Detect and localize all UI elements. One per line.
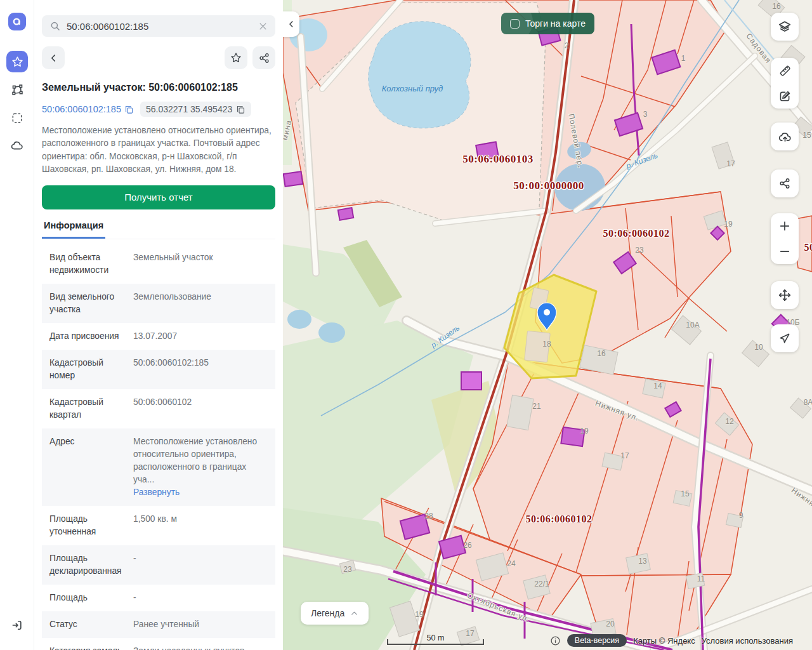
info-row: Площадь декларированная- [42,545,275,585]
layers-icon [778,20,792,34]
info-label: Вид объекта недвижимости [49,251,133,277]
legend-button[interactable]: Легенда [301,602,369,625]
map-canvas[interactable] [283,0,812,650]
star-icon [11,55,24,69]
map-area[interactable]: 50:06:006010350:00:000000050:06:00601025… [283,0,812,650]
info-value: - [133,552,268,578]
cadastral-number-link[interactable]: 50:06:0060102:185 [42,104,134,114]
terms-of-use-link[interactable]: Условия использования [702,636,793,646]
layers-button[interactable] [771,13,799,41]
pan-arrows-icon [778,288,792,302]
cloud-icon [10,139,24,153]
sidebar-item-cloud[interactable] [6,135,28,157]
star-outline-icon [230,51,242,64]
info-value: Земельный участок [133,251,268,277]
scale-label: 50 m [387,633,484,642]
expand-address-link[interactable]: Развернуть [133,488,180,497]
info-value: - [133,592,268,604]
chevron-up-icon [350,609,358,618]
info-label: Площадь [49,592,133,604]
info-icon[interactable] [550,635,561,646]
app-logo[interactable] [8,13,26,30]
object-actions-row [42,46,275,69]
info-row: Вид земельного участкаЗемлепользование [42,284,275,323]
dashed-select-icon [11,112,23,124]
locate-me-button[interactable] [771,324,799,352]
info-label: Адрес [49,435,133,499]
minus-icon [778,245,791,258]
chevron-left-icon [48,53,59,63]
share-icon [778,177,791,190]
info-row: Вид объекта недвижимостиЗемельный участо… [42,244,275,284]
torgi-checkbox[interactable] [510,19,520,29]
info-value: 50:06:0060102:185 [133,357,268,382]
cloud-upload-icon [778,129,792,144]
login-button[interactable] [6,614,28,636]
map-provider: Карты © Яндекс [633,636,695,646]
info-row: СтатусРанее учтенный [42,611,275,638]
info-row: Кадастровый квартал50:06:0060102 [42,389,275,428]
object-info-panel: Земельный участок: 50:06:0060102:185 50:… [34,0,283,650]
copy-icon[interactable] [236,105,246,114]
login-arrow-icon [11,619,23,632]
info-value: Местоположение установлено относительно … [133,435,268,499]
share-button[interactable] [252,46,275,69]
favorite-button[interactable] [225,46,247,69]
info-label: Кадастровый квартал [49,396,133,421]
info-label: Площадь уточненная [49,513,133,538]
zoom-control [771,213,799,264]
search-input[interactable] [67,21,252,32]
back-button[interactable] [42,46,65,69]
info-value: 50:06:0060102 [133,396,268,421]
ruler-button[interactable] [771,58,799,83]
sidebar-item-polygon-tool[interactable] [6,79,28,100]
info-value: Ранее учтенный [133,618,268,631]
cadastral-map-app: Земельный участок: 50:06:0060102:185 50:… [0,0,812,650]
sidebar-item-favorites[interactable] [6,51,28,72]
info-label: Категория земель [49,645,133,650]
info-value: 13.07.2007 [133,330,268,343]
measure-edit-group [771,58,799,109]
info-row: Кадастровый номер50:06:0060102:185 [42,350,275,389]
info-row: Дата присвоения13.07.2007 [42,323,275,350]
info-label: Кадастровый номер [49,357,133,382]
info-row: Категория земельЗемли населенных пунктов [42,638,275,650]
coordinates-text: 56.032271 35.495423 [146,104,232,114]
info-value: Земли населенных пунктов [133,645,268,650]
plus-icon [778,220,791,232]
zoom-in-button[interactable] [771,213,799,239]
info-value: 1,500 кв. м [133,513,268,538]
map-attribution: Beta-версия Карты © Яндекс Условия испол… [550,634,793,647]
edit-icon [778,90,792,103]
beta-badge: Beta-версия [567,634,627,647]
sidebar-item-select-area[interactable] [6,107,28,129]
map-scale-bar: 50 m [387,639,484,645]
object-info-table: Вид объекта недвижимостиЗемельный участо… [42,244,275,650]
cadastral-number-text: 50:06:0060102:185 [42,104,121,114]
torgi-label: Торги на карте [525,18,586,29]
panel-tabs: Информация [42,220,275,239]
info-label: Вид земельного участка [49,291,133,316]
left-icon-bar [0,0,34,650]
zoom-out-button[interactable] [771,239,799,264]
logo-a-icon [11,15,23,28]
info-row: Площадь- [42,585,275,611]
search-icon [49,20,61,32]
torgi-toggle[interactable]: Торги на карте [501,13,594,34]
info-value: Землепользование [133,291,268,316]
pan-mode-button[interactable] [771,281,799,309]
info-label: Площадь декларированная [49,552,133,578]
id-chips-row: 50:06:0060102:185 56.032271 35.495423 [42,102,275,117]
tab-information[interactable]: Информация [42,220,105,239]
copy-icon[interactable] [124,105,134,114]
clear-search-icon[interactable] [258,22,268,31]
edit-button[interactable] [771,83,799,109]
get-report-button[interactable]: Получить отчет [42,185,275,209]
upload-button[interactable] [771,123,799,150]
collapse-sidebar-button[interactable] [283,11,299,37]
polygon-tool-icon [11,83,24,96]
legend-label: Легенда [311,608,344,618]
search-bar [42,15,275,37]
share-map-button[interactable] [771,169,799,197]
share-icon [258,52,270,64]
